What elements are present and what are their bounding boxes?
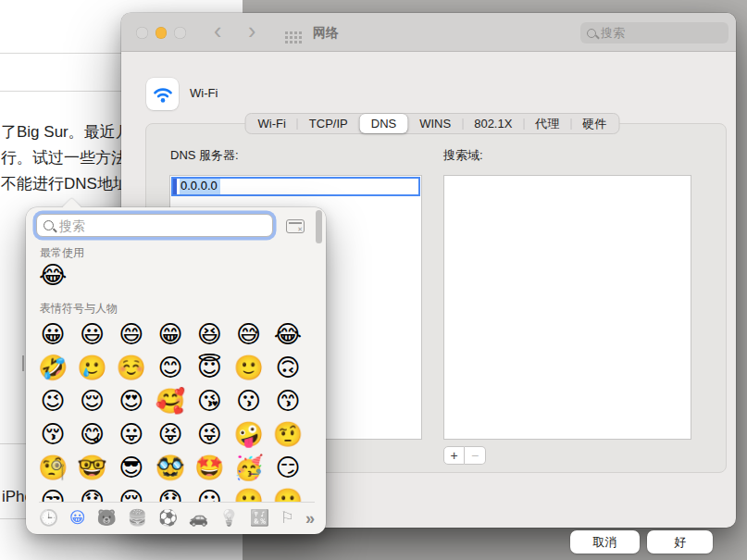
window-title: 网络: [313, 25, 339, 42]
category-flags-icon[interactable]: ⚐: [280, 510, 294, 526]
category-recents-icon[interactable]: 🕒: [39, 510, 58, 526]
emoji-cell[interactable]: 😄: [112, 317, 151, 351]
emoji-cell[interactable]: 😃: [72, 317, 111, 351]
emoji-cell[interactable]: 🥳: [229, 451, 268, 484]
emoji-cell[interactable]: 😍: [112, 384, 151, 417]
emoji-cell[interactable]: 😔: [112, 484, 151, 502]
emoji-cell[interactable]: 😟: [151, 484, 190, 502]
frequent-emoji-grid: 😂: [33, 258, 308, 292]
search-domains-label: 搜索域:: [443, 147, 483, 164]
emoji-category-bar: 🕒😀🐻🍔⚽🚗💡🔣⚐»: [39, 502, 315, 533]
emoji-cell[interactable]: 🤣: [33, 351, 72, 384]
emoji-cell[interactable]: 😕: [190, 484, 229, 502]
emoji-picker: ✕ 最常使用 😂 表情符号与人物 😀😃😄😁😆😅😂🤣🥲☺️😊😇🙂🙃😉😌😍🥰😘😗😙😚…: [26, 207, 326, 534]
more-categories-button[interactable]: »: [305, 510, 315, 527]
emoji-cell[interactable]: 😊: [151, 351, 190, 384]
category-symbols-icon[interactable]: 🔣: [250, 510, 269, 526]
emoji-cell[interactable]: 😗: [229, 384, 268, 417]
dns-server-value[interactable]: 0.0.0.0: [180, 179, 220, 194]
show-all-grid-icon[interactable]: [285, 31, 288, 34]
screen: 了Big Sur。最近几行。试过一些方法,不能进行DNS地址修 iPho ‹ ›…: [0, 0, 747, 560]
emoji-search-input[interactable]: [59, 218, 244, 233]
emoji-cell[interactable]: 🙁: [229, 484, 268, 502]
emoji-cell[interactable]: 😆: [190, 317, 229, 351]
search-domain-controls: + −: [443, 446, 486, 465]
scrollbar-thumb[interactable]: [316, 210, 322, 243]
emoji-cell[interactable]: 😀: [33, 317, 72, 351]
tab-wins[interactable]: WINS: [408, 114, 462, 133]
emoji-cell[interactable]: 😝: [151, 417, 190, 451]
search-icon: [44, 220, 54, 230]
tab-wifi[interactable]: Wi-Fi: [247, 114, 297, 133]
emoji-cell[interactable]: ☹️: [268, 484, 307, 502]
emoji-cell[interactable]: 😋: [72, 417, 111, 451]
background-text: 行。试过一些方法,: [1, 147, 131, 168]
dns-edit-row[interactable]: 0.0.0.0: [171, 177, 420, 196]
emoji-cell[interactable]: 😙: [268, 384, 307, 417]
emoji-cell[interactable]: 😘: [190, 384, 229, 417]
tab-bar: Wi-FiTCP/IPDNSWINS802.1X代理硬件: [245, 113, 620, 134]
category-objects-icon[interactable]: 💡: [219, 510, 239, 526]
emoji-cell[interactable]: 🙂: [229, 351, 268, 384]
emoji-cell[interactable]: 😞: [72, 484, 111, 502]
tab-8021x[interactable]: 802.1X: [463, 114, 523, 133]
close-button[interactable]: [136, 27, 148, 39]
back-chevron-icon[interactable]: ‹: [214, 18, 221, 44]
cancel-button[interactable]: 取消: [570, 530, 640, 554]
background-text: 了Big Sur。最近几: [1, 121, 131, 143]
emoji-cell[interactable]: 🤨: [268, 417, 307, 451]
dns-servers-label: DNS 服务器:: [170, 147, 239, 164]
service-name: Wi-Fi: [190, 86, 218, 100]
emoji-cell[interactable]: 😜: [190, 417, 229, 451]
category-activity-icon[interactable]: ⚽: [158, 510, 178, 526]
emoji-cell[interactable]: ☺️: [112, 351, 151, 384]
emoji-cell[interactable]: 🤓: [72, 451, 111, 484]
people-emoji-grid: 😀😃😄😁😆😅😂🤣🥲☺️😊😇🙂🙃😉😌😍🥰😘😗😙😚😋😛😝😜🤪🤨🧐🤓😎🥸🤩🥳😏😒😞😔😟…: [33, 317, 308, 502]
tab-proxy[interactable]: 代理: [524, 114, 570, 133]
category-animals-nature-icon[interactable]: 🐻: [97, 510, 117, 526]
people-section-title: 表情符号与人物: [40, 301, 118, 317]
category-food-drink-icon[interactable]: 🍔: [128, 510, 147, 526]
emoji-cell[interactable]: 😁: [151, 317, 190, 351]
zoom-button[interactable]: [174, 27, 186, 39]
search-domain-list[interactable]: [443, 175, 691, 440]
emoji-cell[interactable]: 🧐: [33, 451, 72, 484]
tab-dns[interactable]: DNS: [360, 114, 407, 133]
forward-chevron-icon[interactable]: ›: [248, 18, 255, 44]
emoji-cell[interactable]: 😚: [33, 417, 72, 451]
remove-search-domain-button[interactable]: −: [465, 446, 486, 465]
emoji-cell[interactable]: 😒: [33, 484, 72, 502]
emoji-cell[interactable]: 😛: [112, 417, 151, 451]
emoji-cell[interactable]: 🥰: [151, 384, 190, 417]
titlebar-search-input[interactable]: [601, 26, 703, 40]
emoji-cell[interactable]: 😌: [72, 384, 111, 417]
tab-hardware[interactable]: 硬件: [571, 114, 617, 133]
add-search-domain-button[interactable]: +: [443, 446, 465, 465]
table-divider: [22, 355, 24, 371]
tab-tcpip[interactable]: TCP/IP: [298, 114, 359, 133]
emoji-cell[interactable]: 😂: [33, 258, 72, 292]
titlebar-search-field[interactable]: [580, 22, 728, 44]
ok-button[interactable]: 好: [647, 530, 713, 554]
traffic-lights: [136, 27, 186, 39]
emoji-cell[interactable]: 😂: [268, 317, 307, 351]
category-smileys-people-icon[interactable]: 😀: [69, 510, 86, 526]
emoji-cell[interactable]: 😇: [190, 351, 229, 384]
emoji-cell[interactable]: 🤪: [229, 417, 268, 451]
emoji-cell[interactable]: 😏: [268, 451, 307, 484]
category-travel-places-icon[interactable]: 🚗: [189, 510, 208, 526]
search-icon: [587, 29, 596, 38]
emoji-cell[interactable]: 🥲: [72, 351, 111, 384]
minimize-button[interactable]: [156, 27, 168, 39]
emoji-grid-viewport: 😀😃😄😁😆😅😂🤣🥲☺️😊😇🙂🙃😉😌😍🥰😘😗😙😚😋😛😝😜🤪🤨🧐🤓😎🥸🤩🥳😏😒😞😔😟…: [33, 317, 311, 502]
emoji-cell[interactable]: 🥸: [151, 451, 190, 484]
emoji-cell[interactable]: 😎: [112, 451, 151, 484]
emoji-cell[interactable]: 🤩: [190, 451, 229, 484]
emoji-search-field[interactable]: [36, 214, 273, 237]
emoji-cell[interactable]: 😉: [33, 384, 72, 417]
character-viewer-expand-icon[interactable]: ✕: [286, 219, 305, 233]
wifi-icon: [146, 78, 179, 110]
text-caret: [173, 179, 177, 194]
emoji-cell[interactable]: 🙃: [268, 351, 307, 384]
emoji-cell[interactable]: 😅: [229, 317, 268, 351]
